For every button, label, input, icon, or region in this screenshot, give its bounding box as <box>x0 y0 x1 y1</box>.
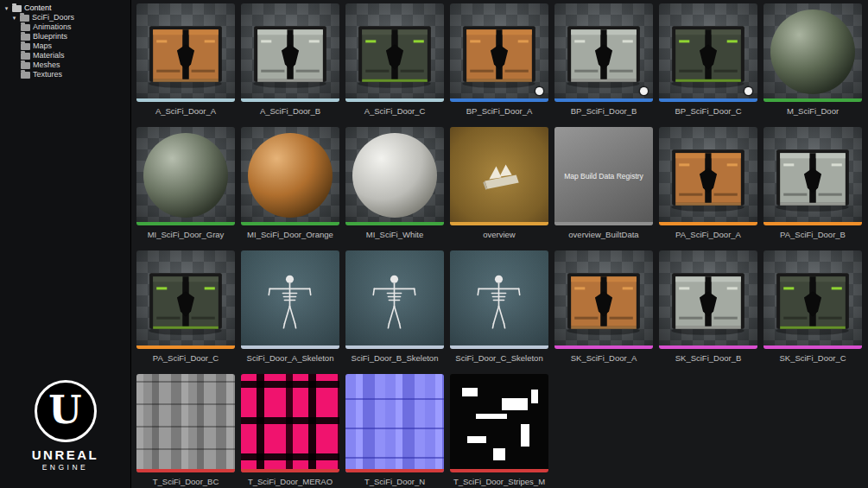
tree-label-content: Content <box>24 3 52 13</box>
tree-item-maps[interactable]: Maps <box>3 41 127 51</box>
built-data-label: Map Build Data Registry <box>557 172 650 181</box>
asset-tile[interactable]: MI_SciFi_White <box>345 127 444 240</box>
asset-name-label: SciFi_Door_A_Skeleton <box>241 353 339 364</box>
door-preview <box>136 250 235 349</box>
tree-item-meshes[interactable]: Meshes <box>3 60 127 70</box>
asset-type-color-bar <box>136 469 235 472</box>
asset-type-color-bar <box>450 222 548 225</box>
folder-tree: ▾ Content ▾ SciFi_Doors Animations Bluep… <box>0 0 130 83</box>
asset-tile[interactable]: PA_SciFi_Door_C <box>136 250 235 364</box>
asset-name-label: BP_SciFi_Door_C <box>659 106 757 117</box>
asset-name-label: MI_SciFi_White <box>345 230 444 240</box>
door-preview <box>659 127 757 225</box>
asset-name-label: A_SciFi_Door_C <box>345 106 444 117</box>
asset-name-label: T_SciFi_Door_Stripes_M <box>450 477 548 487</box>
asset-tile[interactable]: T_SciFi_Door_MERAO <box>241 374 339 487</box>
material-sphere-preview <box>352 133 437 218</box>
tree-item-blueprints[interactable]: Blueprints <box>3 32 127 41</box>
asset-type-color-bar <box>659 345 757 349</box>
asset-name-label: PA_SciFi_Door_A <box>659 230 757 240</box>
asset-name-label: overview_BuiltData <box>554 230 653 240</box>
asset-type-color-bar <box>136 98 235 102</box>
door-preview <box>450 3 548 102</box>
asset-type-color-bar <box>659 222 757 225</box>
asset-tile[interactable]: T_SciFi_Door_Stripes_M <box>450 374 548 487</box>
asset-status-badge <box>744 87 752 95</box>
asset-thumbnail <box>241 250 339 349</box>
asset-tile[interactable]: SK_SciFi_Door_C <box>763 250 862 364</box>
asset-thumbnail <box>136 250 235 349</box>
content-browser-sidebar: ▾ Content ▾ SciFi_Doors Animations Bluep… <box>0 0 131 488</box>
asset-thumbnail <box>659 127 757 225</box>
expand-arrow-icon[interactable]: ▾ <box>11 13 17 22</box>
asset-tile[interactable]: T_SciFi_Door_N <box>345 374 444 487</box>
folder-icon <box>12 5 22 12</box>
asset-tile[interactable]: T_SciFi_Door_BC <box>136 374 235 487</box>
asset-tile[interactable]: Map Build Data Registry overview_BuiltDa… <box>554 127 653 240</box>
tree-label-animations: Animations <box>33 22 72 32</box>
asset-name-label: overview <box>450 230 548 240</box>
asset-thumbnail <box>136 374 235 472</box>
asset-thumbnail <box>345 250 444 349</box>
asset-name-label: SciFi_Door_B_Skeleton <box>345 353 444 364</box>
folder-icon <box>21 62 30 69</box>
tree-label-textures: Textures <box>33 70 62 79</box>
tree-label-maps: Maps <box>33 41 52 51</box>
folder-icon <box>21 24 30 31</box>
asset-type-color-bar <box>763 345 862 349</box>
asset-type-color-bar <box>659 98 757 102</box>
asset-type-color-bar <box>345 345 444 349</box>
asset-tile[interactable]: BP_SciFi_Door_B <box>554 3 653 117</box>
asset-tile[interactable]: A_SciFi_Door_B <box>241 3 339 117</box>
asset-thumbnail <box>763 250 862 349</box>
asset-type-color-bar <box>763 222 862 225</box>
asset-thumbnail <box>345 3 444 102</box>
asset-thumbnail <box>136 127 235 225</box>
asset-tile[interactable]: SK_SciFi_Door_A <box>554 250 653 364</box>
level-preview <box>450 127 548 225</box>
tree-item-content[interactable]: ▾ Content <box>3 3 127 13</box>
asset-thumbnail <box>763 127 862 225</box>
asset-tile[interactable]: SciFi_Door_C_Skeleton <box>450 250 548 364</box>
asset-type-color-bar <box>345 222 444 225</box>
tree-item-scifi-doors[interactable]: ▾ SciFi_Doors <box>3 13 127 22</box>
asset-thumbnail <box>450 3 548 102</box>
door-preview <box>763 250 862 349</box>
asset-type-color-bar <box>136 345 235 349</box>
unreal-engine-logo: U UNREAL ENGINE <box>0 380 130 472</box>
unreal-logo-monogram: U <box>48 391 81 429</box>
asset-type-color-bar <box>241 345 339 349</box>
asset-type-color-bar <box>763 98 862 102</box>
door-preview <box>554 3 653 102</box>
door-preview <box>659 3 757 102</box>
expand-arrow-icon[interactable]: ▾ <box>3 3 10 13</box>
asset-tile[interactable]: SciFi_Door_B_Skeleton <box>345 250 444 364</box>
asset-tile[interactable]: overview <box>450 127 548 240</box>
asset-name-label: BP_SciFi_Door_A <box>450 106 548 117</box>
skeleton-preview <box>241 250 339 349</box>
tree-label-materials: Materials <box>33 51 65 60</box>
asset-tile[interactable]: BP_SciFi_Door_C <box>659 3 757 117</box>
asset-name-label: BP_SciFi_Door_B <box>554 106 653 117</box>
asset-tile[interactable]: PA_SciFi_Door_B <box>763 127 862 240</box>
asset-tile[interactable]: SciFi_Door_A_Skeleton <box>241 250 339 364</box>
tree-label-blueprints: Blueprints <box>33 32 67 41</box>
tree-item-animations[interactable]: Animations <box>3 22 127 32</box>
asset-tile[interactable]: A_SciFi_Door_A <box>136 3 235 117</box>
tree-item-materials[interactable]: Materials <box>3 51 127 60</box>
asset-type-color-bar <box>554 345 653 349</box>
asset-tile[interactable]: A_SciFi_Door_C <box>345 3 444 117</box>
asset-type-color-bar <box>136 222 235 225</box>
asset-name-label: M_SciFi_Door <box>763 106 862 117</box>
asset-thumbnail <box>554 3 653 102</box>
asset-tile[interactable]: PA_SciFi_Door_A <box>659 127 757 240</box>
asset-tile[interactable]: BP_SciFi_Door_A <box>450 3 548 117</box>
asset-tile[interactable]: MI_SciFi_Door_Orange <box>241 127 339 240</box>
asset-tile[interactable]: SK_SciFi_Door_B <box>659 250 757 364</box>
asset-type-color-bar <box>450 98 548 102</box>
asset-tile[interactable]: MI_SciFi_Door_Gray <box>136 127 235 240</box>
engine-logo-text: ENGINE <box>0 463 130 472</box>
tree-item-textures[interactable]: Textures <box>3 70 127 79</box>
asset-tile[interactable]: M_SciFi_Door <box>763 3 862 117</box>
asset-thumbnail <box>554 250 653 349</box>
